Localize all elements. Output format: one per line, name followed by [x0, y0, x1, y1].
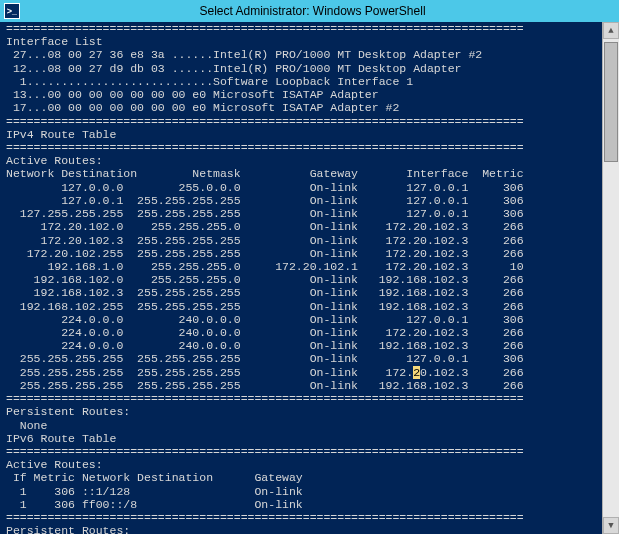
terminal-line: Persistent Routes: [6, 524, 613, 534]
terminal-line: 1 306 ::1/128 On-link [6, 485, 613, 498]
terminal-line: ========================================… [6, 392, 613, 405]
terminal-line: 12...08 00 27 d9 db 03 ......Intel(R) PR… [6, 62, 613, 75]
terminal-line: Persistent Routes: [6, 405, 613, 418]
terminal-line: 17...00 00 00 00 00 00 00 e0 Microsoft I… [6, 101, 613, 114]
scroll-up-button[interactable]: ▲ [603, 22, 619, 39]
terminal-line: IPv6 Route Table [6, 432, 613, 445]
terminal-line: 27...08 00 27 36 e8 3a ......Intel(R) PR… [6, 48, 613, 61]
terminal-line: 255.255.255.255 255.255.255.255 On-link … [6, 352, 613, 365]
vertical-scrollbar[interactable]: ▲ ▼ [602, 22, 619, 534]
terminal-line: 224.0.0.0 240.0.0.0 On-link 127.0.0.1 30… [6, 313, 613, 326]
terminal-line: 1 306 ff00::/8 On-link [6, 498, 613, 511]
terminal-line: 127.0.0.0 255.0.0.0 On-link 127.0.0.1 30… [6, 181, 613, 194]
terminal-line: If Metric Network Destination Gateway [6, 471, 613, 484]
terminal-line: IPv4 Route Table [6, 128, 613, 141]
scroll-down-button[interactable]: ▼ [603, 517, 619, 534]
terminal-line: 255.255.255.255 255.255.255.255 On-link … [6, 366, 613, 379]
terminal-line: 172.20.102.0 255.255.255.0 On-link 172.2… [6, 220, 613, 233]
powershell-icon: >_ [4, 3, 20, 19]
terminal-line: Interface List [6, 35, 613, 48]
terminal-line: 172.20.102.3 255.255.255.255 On-link 172… [6, 234, 613, 247]
terminal-line: ========================================… [6, 511, 613, 524]
window-title: Select Administrator: Windows PowerShell [26, 4, 619, 18]
terminal-line: None [6, 419, 613, 432]
terminal-line: 224.0.0.0 240.0.0.0 On-link 192.168.102.… [6, 339, 613, 352]
terminal-line: ========================================… [6, 445, 613, 458]
terminal-line: 192.168.102.255 255.255.255.255 On-link … [6, 300, 613, 313]
terminal-line: Active Routes: [6, 154, 613, 167]
titlebar[interactable]: >_ Select Administrator: Windows PowerSh… [0, 0, 619, 22]
terminal-line: Active Routes: [6, 458, 613, 471]
terminal-line: 192.168.1.0 255.255.255.0 172.20.102.1 1… [6, 260, 613, 273]
terminal-line: 192.168.102.3 255.255.255.255 On-link 19… [6, 286, 613, 299]
terminal-line: 172.20.102.255 255.255.255.255 On-link 1… [6, 247, 613, 260]
terminal-output[interactable]: ========================================… [0, 22, 619, 534]
terminal-line: Network Destination Netmask Gateway Inte… [6, 167, 613, 180]
terminal-line: ========================================… [6, 22, 613, 35]
terminal-line: 1...........................Software Loo… [6, 75, 613, 88]
terminal-line: ========================================… [6, 141, 613, 154]
selection-cursor: 2 [413, 366, 420, 379]
terminal-line: 192.168.102.0 255.255.255.0 On-link 192.… [6, 273, 613, 286]
terminal-line: 224.0.0.0 240.0.0.0 On-link 172.20.102.3… [6, 326, 613, 339]
terminal-line: 127.255.255.255 255.255.255.255 On-link … [6, 207, 613, 220]
terminal-line: 127.0.0.1 255.255.255.255 On-link 127.0.… [6, 194, 613, 207]
terminal-line: ========================================… [6, 115, 613, 128]
terminal-line: 255.255.255.255 255.255.255.255 On-link … [6, 379, 613, 392]
terminal-line: 13...00 00 00 00 00 00 00 e0 Microsoft I… [6, 88, 613, 101]
scroll-thumb[interactable] [604, 42, 618, 162]
